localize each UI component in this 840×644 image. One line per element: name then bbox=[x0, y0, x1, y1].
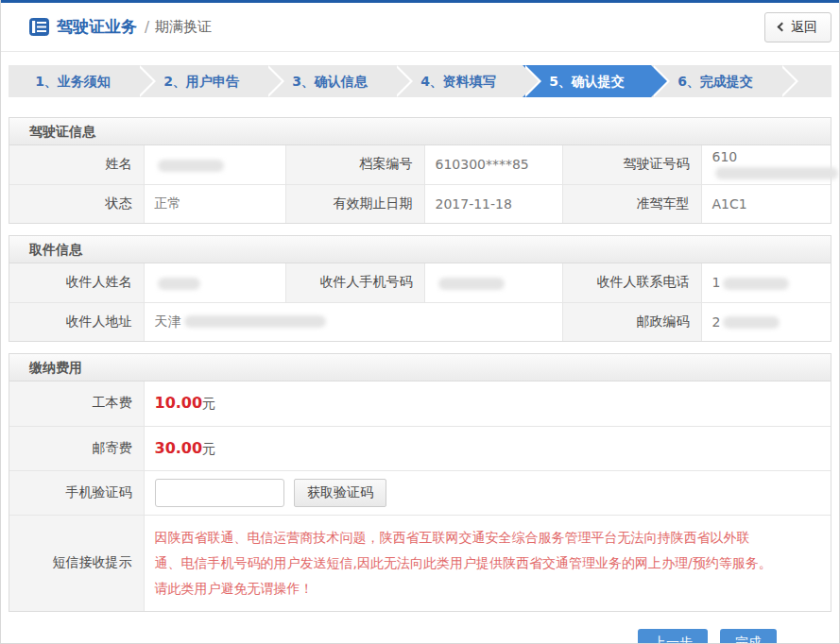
table-row: 手机验证码 获取验证码 bbox=[9, 470, 831, 515]
table-row: 工本费 10.00元 bbox=[9, 381, 831, 426]
step-1-business-notice: 1、业务须知 bbox=[9, 65, 137, 97]
license-menu-icon bbox=[29, 18, 49, 36]
recipient-mobile-label: 收件人手机号码 bbox=[285, 263, 424, 302]
valid-until-label: 有效期止日期 bbox=[285, 184, 424, 223]
table-row: 状态 正常 有效期止日期 2017-11-18 准驾车型 A1C1 bbox=[9, 184, 831, 223]
step-label: 4、资料填写 bbox=[420, 74, 496, 89]
sms-code-label: 手机验证码 bbox=[9, 470, 144, 515]
fee-amount: 30.00 bbox=[155, 439, 203, 457]
redacted-blur bbox=[723, 278, 789, 290]
redacted-blur bbox=[158, 278, 200, 290]
redacted-blur bbox=[158, 160, 224, 172]
postal-code-label: 邮政编码 bbox=[562, 302, 701, 341]
recipient-name-label: 收件人姓名 bbox=[9, 263, 144, 302]
table-row: 收件人姓名 收件人手机号码 收件人联系电话 1 bbox=[9, 263, 831, 302]
back-button[interactable]: 返回 bbox=[764, 12, 831, 42]
redacted-blur bbox=[438, 278, 505, 290]
name-value bbox=[144, 145, 285, 184]
table-row: 收件人地址 天津 邮政编码 2 bbox=[9, 302, 831, 341]
sms-notice-label: 短信接收提示 bbox=[9, 515, 144, 611]
production-fee-value: 10.00元 bbox=[144, 381, 831, 426]
sms-code-cell: 获取验证码 bbox=[144, 470, 831, 515]
status-value: 正常 bbox=[144, 184, 285, 223]
file-no-value: 610300****85 bbox=[424, 145, 562, 184]
license-no-value: 610 bbox=[701, 145, 831, 184]
page-subtitle: 期满换证 bbox=[155, 18, 212, 36]
recipient-phone-label: 收件人联系电话 bbox=[562, 263, 701, 302]
valid-until-value: 2017-11-18 bbox=[424, 184, 562, 223]
recipient-mobile-value bbox=[424, 263, 562, 302]
step-label: 2、用户申告 bbox=[163, 74, 239, 89]
fee-unit: 元 bbox=[202, 396, 215, 411]
breadcrumb-separator: / bbox=[145, 19, 149, 36]
vehicle-class-label: 准驾车型 bbox=[562, 184, 701, 223]
step-6-complete-submit: 6、完成提交 bbox=[651, 65, 780, 97]
status-label: 状态 bbox=[9, 184, 144, 223]
footer-actions: 上一步 完成 bbox=[1, 629, 839, 644]
table-row: 姓名 档案编号 610300****85 驾驶证号码 610 bbox=[9, 145, 831, 184]
payment-table: 工本费 10.00元 邮寄费 30.00元 手机验证码 获取验证码 短信接收提 bbox=[9, 381, 831, 611]
sms-notice-text: 因陕西省联通、电信运营商技术问题，陕西省互联网交通安全综合服务管理平台无法向持陕… bbox=[144, 515, 831, 611]
redacted-blur bbox=[723, 316, 780, 329]
license-info-table: 姓名 档案编号 610300****85 驾驶证号码 610 状态 正常 有效期… bbox=[9, 145, 831, 223]
wizard-steps: 1、业务须知 2、用户申告 3、确认信息 4、资料填写 5、确认提交 6、完成提… bbox=[9, 65, 831, 97]
file-no-label: 档案编号 bbox=[285, 145, 424, 184]
fee-unit: 元 bbox=[202, 441, 215, 456]
payment-section-title: 缴纳费用 bbox=[9, 354, 831, 381]
pickup-info-section: 取件信息 收件人姓名 收件人手机号码 收件人联系电话 1 收件人地址 天津 邮政… bbox=[9, 235, 831, 342]
recipient-address-label: 收件人地址 bbox=[9, 302, 144, 341]
page: 驾驶证业务 / 期满换证 返回 1、业务须知 2、用户申告 3、确认信息 4、资… bbox=[0, 0, 840, 644]
production-fee-label: 工本费 bbox=[9, 381, 144, 426]
mailing-fee-label: 邮寄费 bbox=[9, 426, 144, 470]
chevron-left-icon bbox=[778, 23, 787, 32]
step-label: 3、确认信息 bbox=[292, 74, 368, 89]
recipient-name-value bbox=[144, 263, 285, 302]
step-2-user-declaration: 2、用户申告 bbox=[137, 65, 266, 97]
table-row: 短信接收提示 因陕西省联通、电信运营商技术问题，陕西省互联网交通安全综合服务管理… bbox=[9, 515, 831, 611]
pickup-info-section-title: 取件信息 bbox=[9, 236, 831, 263]
license-no-label: 驾驶证号码 bbox=[562, 145, 701, 184]
table-row: 邮寄费 30.00元 bbox=[9, 426, 831, 470]
step-label: 1、业务须知 bbox=[35, 74, 111, 89]
redacted-blur bbox=[184, 315, 326, 328]
vehicle-class-value: A1C1 bbox=[701, 184, 831, 223]
back-button-label: 返回 bbox=[791, 19, 817, 36]
redacted-blur bbox=[715, 167, 838, 179]
license-info-section: 驾驶证信息 姓名 档案编号 610300****85 驾驶证号码 610 状态 … bbox=[9, 117, 831, 224]
finish-button[interactable]: 完成 bbox=[720, 629, 777, 644]
step-3-confirm-info: 3、确认信息 bbox=[266, 65, 394, 97]
fee-amount: 10.00 bbox=[155, 394, 203, 412]
payment-section: 缴纳费用 工本费 10.00元 邮寄费 30.00元 手机验证码 获取验证码 bbox=[9, 353, 831, 612]
license-info-section-title: 驾驶证信息 bbox=[9, 118, 831, 145]
get-sms-code-button[interactable]: 获取验证码 bbox=[294, 479, 386, 507]
page-header: 驾驶证业务 / 期满换证 返回 bbox=[1, 3, 839, 52]
step-label: 6、完成提交 bbox=[677, 74, 753, 89]
mailing-fee-value: 30.00元 bbox=[144, 426, 831, 470]
previous-step-button[interactable]: 上一步 bbox=[638, 629, 708, 644]
sms-code-input[interactable] bbox=[155, 479, 284, 507]
postal-code-value: 2 bbox=[701, 302, 831, 341]
name-label: 姓名 bbox=[9, 145, 144, 184]
breadcrumb: 驾驶证业务 / 期满换证 bbox=[29, 16, 212, 38]
step-label: 5、确认提交 bbox=[549, 74, 625, 89]
recipient-phone-value: 1 bbox=[701, 263, 831, 302]
pickup-info-table: 收件人姓名 收件人手机号码 收件人联系电话 1 收件人地址 天津 邮政编码 2 bbox=[9, 263, 831, 341]
page-title: 驾驶证业务 bbox=[57, 16, 137, 38]
step-5-confirm-submit: 5、确认提交 bbox=[523, 65, 651, 97]
step-4-fill-data: 4、资料填写 bbox=[394, 65, 523, 97]
recipient-address-value: 天津 bbox=[144, 302, 562, 341]
